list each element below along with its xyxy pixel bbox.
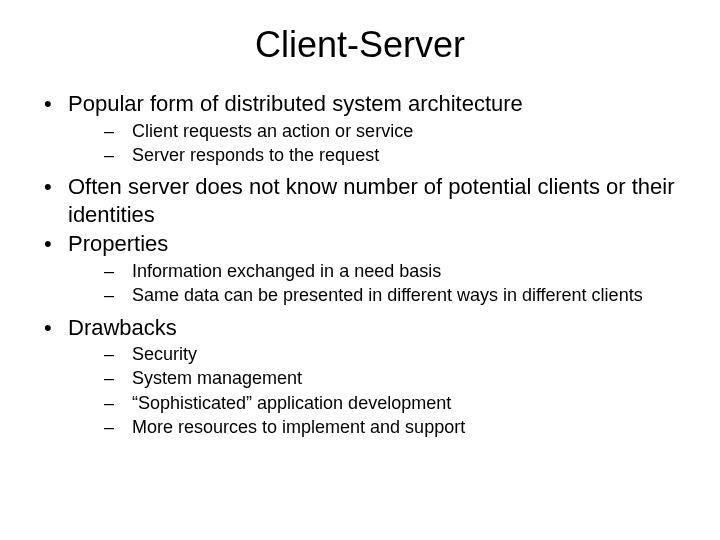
bullet-item: Properties Information exchanged in a ne… [32,230,688,307]
sub-bullet-item: More resources to implement and support [68,416,688,439]
slide: Client-Server Popular form of distribute… [0,0,720,540]
bullet-text: Popular form of distributed system archi… [68,91,523,116]
bullet-item: Drawbacks Security System management “So… [32,314,688,440]
sub-bullet-item: “Sophisticated” application development [68,392,688,415]
slide-title: Client-Server [32,24,688,66]
sub-bullet-list: Information exchanged in a need basis Sa… [68,260,688,308]
sub-bullet-item: Security [68,343,688,366]
bullet-text: Drawbacks [68,315,177,340]
sub-bullet-list: Security System management “Sophisticate… [68,343,688,440]
bullet-list: Popular form of distributed system archi… [32,90,688,440]
sub-bullet-item: System management [68,367,688,390]
sub-bullet-item: Information exchanged in a need basis [68,260,688,283]
sub-bullet-item: Same data can be presented in different … [68,284,688,307]
sub-bullet-item: Server responds to the request [68,144,688,167]
sub-bullet-list: Client requests an action or service Ser… [68,120,688,168]
sub-bullet-item: Client requests an action or service [68,120,688,143]
bullet-item: Popular form of distributed system archi… [32,90,688,167]
bullet-text: Properties [68,231,168,256]
bullet-item: Often server does not know number of pot… [32,173,688,228]
